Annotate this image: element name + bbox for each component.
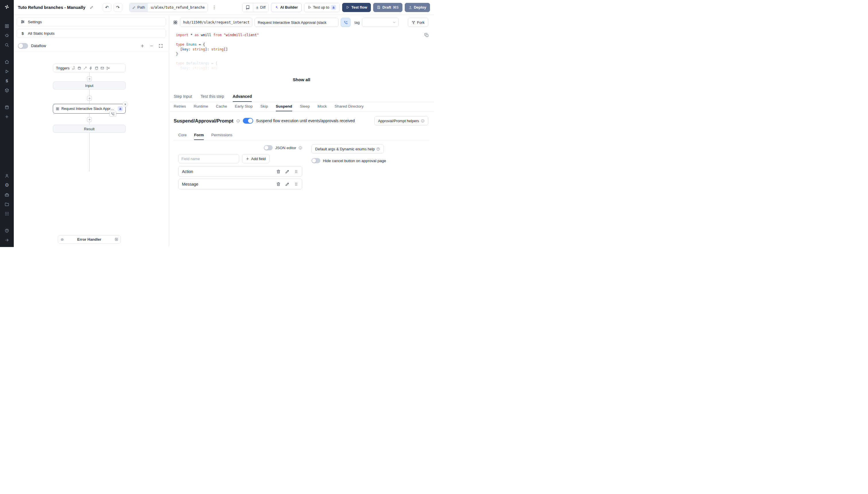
tab-sleep[interactable]: Sleep — [300, 104, 310, 111]
tab-suspend[interactable]: Suspend — [276, 104, 292, 111]
more-options-button[interactable]: ⋮ — [210, 3, 218, 12]
sidebar-item-groups[interactable] — [0, 209, 14, 218]
info-icon[interactable] — [298, 146, 302, 150]
sidebar: $ ⚙ — [0, 0, 14, 247]
deploy-label: Deploy — [414, 5, 426, 10]
insert-step-button[interactable] — [87, 96, 92, 101]
sidebar-item-settings[interactable]: ⚙ — [0, 180, 14, 190]
test-flow-button[interactable]: Test flow — [342, 3, 371, 12]
all-static-inputs-button[interactable]: $ All Static Inputs — [17, 29, 166, 38]
step-tabs: Step Input Test this step Advanced — [169, 92, 434, 102]
tab-runtime[interactable]: Runtime — [194, 104, 208, 111]
tab-retries[interactable]: Retries — [174, 104, 186, 111]
topbar: Tuto Refund branches - Manually ↶ ↷ Path… — [14, 0, 434, 15]
fit-view-icon[interactable] — [157, 42, 165, 50]
sidebar-item-favorites[interactable] — [0, 31, 14, 40]
default-args-help-button[interactable]: Default args & Dynamic enums help — [311, 144, 384, 153]
play-icon — [346, 5, 350, 9]
sparkles-icon — [275, 5, 278, 9]
suspend-sub-tabs: Core Form Permissions — [174, 131, 429, 140]
code-preview[interactable]: import * as wmill from "windmill-client"… — [172, 30, 430, 89]
sidebar-item-folders[interactable] — [0, 200, 14, 209]
show-all-button[interactable]: Show all — [172, 77, 430, 82]
tab-skip[interactable]: Skip — [260, 104, 268, 111]
tab-core[interactable]: Core — [178, 131, 187, 140]
tab-step-input[interactable]: Step Input — [174, 94, 192, 102]
canvas-zoom-controls — [138, 42, 165, 50]
tab-mock[interactable]: Mock — [317, 104, 327, 111]
copy-code-icon[interactable] — [424, 33, 429, 37]
sidebar-item-add[interactable] — [0, 112, 14, 121]
tag-select[interactable] — [362, 18, 399, 27]
tab-advanced[interactable]: Advanced — [233, 94, 252, 102]
approval-prompt-helpers-button[interactable]: Approval/Prompt helpers — [374, 116, 428, 125]
hide-cancel-toggle[interactable] — [311, 158, 320, 163]
info-icon[interactable] — [236, 119, 240, 123]
field-name-input[interactable] — [178, 154, 239, 163]
input-node[interactable]: Input — [53, 81, 126, 90]
add-field-button[interactable]: Add field — [242, 154, 270, 163]
script-path-input[interactable] — [180, 18, 252, 27]
tab-test-this-step[interactable]: Test this step — [201, 94, 224, 102]
fork-button[interactable]: Fork — [408, 18, 428, 27]
form-field-row[interactable]: Message — [178, 179, 302, 189]
tab-permissions[interactable]: Permissions — [211, 131, 233, 140]
slack-approval-step-node[interactable]: Request Interactive Slack Approval (... … — [53, 104, 126, 114]
docs-button[interactable] — [243, 3, 253, 12]
suspend-phone-button[interactable] — [341, 18, 350, 27]
zoom-out-icon[interactable] — [148, 42, 155, 50]
sidebar-item-search[interactable] — [0, 40, 14, 50]
zoom-in-icon[interactable] — [138, 42, 146, 50]
edit-title-icon[interactable] — [88, 3, 96, 12]
json-editor-toggle[interactable] — [264, 145, 273, 150]
edit-field-icon[interactable] — [285, 169, 290, 174]
path-edit-button[interactable]: Path — [129, 3, 148, 12]
draft-button[interactable]: Draft ⌘S — [373, 3, 402, 12]
sidebar-item-schedules[interactable] — [0, 102, 14, 112]
deploy-button[interactable]: Deploy — [405, 3, 430, 12]
triggers-node[interactable]: Triggers — [53, 64, 126, 72]
undo-button[interactable]: ↶ — [103, 3, 111, 12]
drag-handle-icon[interactable] — [294, 169, 298, 174]
suspend-indicator-icon — [109, 111, 116, 117]
tab-form[interactable]: Form — [194, 131, 204, 140]
sidebar-item-user[interactable] — [0, 171, 14, 180]
test-up-to-button[interactable]: Test up to a — [304, 3, 340, 12]
sidebar-item-runs[interactable] — [0, 66, 14, 76]
tab-early-stop[interactable]: Early Stop — [235, 104, 253, 111]
delete-field-icon[interactable] — [276, 169, 281, 174]
path-input[interactable] — [148, 3, 207, 12]
redo-button[interactable]: ↷ — [114, 3, 122, 12]
edit-field-icon[interactable] — [285, 182, 290, 187]
step-name-input[interactable] — [255, 18, 338, 27]
delete-field-icon[interactable] — [276, 182, 281, 187]
suspend-toggle[interactable] — [243, 118, 253, 124]
sidebar-item-apps[interactable] — [0, 21, 14, 31]
hub-script-icon — [56, 107, 59, 111]
remove-step-button[interactable]: × — [123, 101, 128, 107]
info-icon — [421, 119, 425, 123]
diff-button[interactable]: ±Diff — [253, 3, 269, 12]
tab-cache[interactable]: Cache — [216, 104, 227, 111]
form-tab-body: JSON editor Add field Action — [174, 140, 429, 191]
drag-handle-icon[interactable] — [294, 182, 298, 187]
windmill-logo-icon[interactable] — [0, 0, 14, 14]
sidebar-item-home[interactable] — [0, 57, 14, 66]
result-node[interactable]: Result — [53, 125, 126, 133]
tab-shared-directory[interactable]: Shared Directory — [334, 104, 363, 111]
flow-settings-button[interactable]: Settings — [17, 17, 166, 26]
sidebar-item-resources[interactable] — [0, 86, 14, 95]
sidebar-item-help[interactable] — [0, 226, 14, 235]
insert-step-button[interactable] — [87, 76, 92, 81]
ai-builder-button[interactable]: AI Builder — [271, 3, 301, 12]
sidebar-item-workers[interactable] — [0, 190, 14, 200]
error-handler-node[interactable]: Error Handler — [58, 235, 121, 244]
sidebar-collapse-icon[interactable] — [0, 235, 14, 245]
dataflow-toggle[interactable] — [18, 43, 28, 49]
insert-step-button[interactable] — [87, 117, 92, 122]
sidebar-item-variables[interactable]: $ — [0, 76, 14, 86]
attach-error-handler-icon[interactable] — [114, 238, 118, 241]
form-field-row[interactable]: Action — [178, 166, 302, 177]
flow-canvas[interactable]: Triggers Input Request Interactive — [14, 52, 169, 247]
code-editor[interactable]: import * as wmill from "windmill-client"… — [172, 30, 430, 71]
